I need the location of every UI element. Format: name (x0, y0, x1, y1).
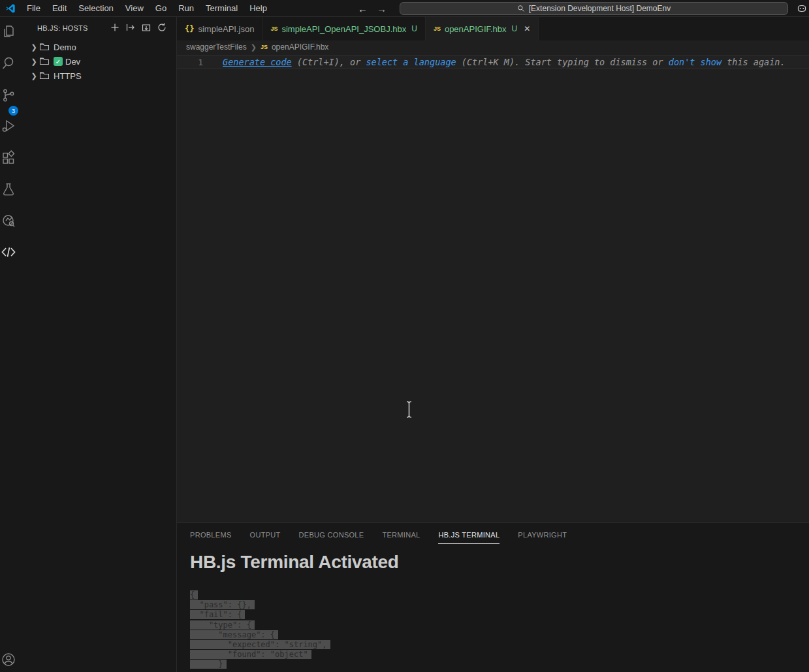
tab-simpleapi-openapi-jsobj-hbx[interactable]: JS simpleAPI_OpenAPI_JSOBJ.hbx U (262, 17, 425, 40)
menu-view[interactable]: View (119, 0, 150, 17)
menu-bar: File Edit Selection View Go Run Terminal… (21, 0, 273, 16)
hbjs-hosts-view-icon[interactable] (1, 244, 16, 260)
copilot-icon[interactable] (797, 3, 807, 14)
panel-tab-hbjs-terminal[interactable]: HB.JS TERMINAL (438, 525, 500, 544)
extensions-icon[interactable] (1, 150, 16, 166)
folder-icon (39, 42, 50, 52)
terminal-line: "pass": {}, (190, 600, 330, 610)
title-bar: File Edit Selection View Go Run Terminal… (0, 0, 809, 17)
source-control-badge: 3 (8, 106, 18, 116)
panel-tab-terminal[interactable]: TERMINAL (382, 525, 420, 544)
sidebar-hbjs-hosts: HB.JS: HOSTS ❯ (23, 17, 176, 672)
source-control-icon[interactable] (1, 88, 16, 103)
tree-item-dev[interactable]: ❯ ✓ Dev (23, 54, 176, 69)
search-view-icon[interactable] (1, 56, 16, 71)
activity-bar: 3 (0, 17, 23, 672)
tab-openapigif-hbx[interactable]: JS openAPIGIF.hbx U ✕ (426, 17, 539, 40)
terminal-line: "found": "object" (190, 650, 330, 660)
folder-icon (39, 56, 50, 67)
js-file-icon: JS (261, 44, 268, 50)
export-host-button[interactable] (141, 22, 151, 33)
run-debug-icon[interactable] (1, 118, 16, 134)
account-icon[interactable] (1, 652, 16, 667)
history-navigation: ← → (358, 0, 387, 17)
tree-item-demo[interactable]: ❯ Demo (23, 40, 176, 54)
hbjs-monitor-icon[interactable] (1, 213, 16, 229)
chevron-right-icon: ❯ (29, 72, 39, 80)
explorer-icon[interactable] (1, 24, 16, 39)
breadcrumb-file[interactable]: openAPIGIF.hbx (272, 42, 328, 52)
tab-label: simpleAPI.json (198, 24, 254, 34)
search-icon (517, 5, 525, 12)
menu-edit[interactable]: Edit (46, 0, 72, 17)
json-file-icon: {} (185, 24, 194, 33)
command-center-searchbar[interactable]: [Extension Development Host] DemoEnv (400, 2, 788, 15)
terminal-line: } (190, 660, 330, 669)
panel-tab-playwright[interactable]: PLAYWRIGHT (518, 525, 567, 544)
tree-item-label: HTTPS (54, 71, 82, 81)
selected-check-icon: ✓ (54, 57, 63, 66)
panel-tab-output[interactable]: OUTPUT (250, 525, 281, 544)
menu-run[interactable]: Run (172, 0, 200, 17)
terminal-line: "type": { (190, 620, 330, 630)
dont-show-link[interactable]: don't show (669, 57, 722, 67)
tab-label: simpleAPI_OpenAPI_JSOBJ.hbx (281, 24, 406, 34)
tab-label: openAPIGIF.hbx (445, 24, 507, 34)
menu-file[interactable]: File (21, 0, 46, 17)
hosts-tree: ❯ Demo ❯ ✓ Dev ❯ HTTPS (23, 40, 176, 83)
forward-arrow-icon[interactable]: → (377, 3, 387, 14)
chevron-right-icon: ❯ (251, 43, 257, 52)
generate-code-link[interactable]: Generate code (223, 57, 292, 67)
folder-icon (39, 71, 50, 81)
hbjs-terminal-heading: HB.js Terminal Activated (190, 552, 399, 573)
menu-help[interactable]: Help (244, 0, 273, 17)
git-untracked-badge: U (512, 24, 518, 33)
chevron-right-icon: ❯ (29, 43, 39, 52)
sidebar-header: HB.JS: HOSTS (23, 17, 176, 39)
mouse-ibeam-cursor (405, 400, 413, 419)
import-host-button[interactable] (125, 22, 136, 33)
code-editor[interactable]: 1 Generate code (Ctrl+I), or select a la… (177, 54, 809, 522)
vscode-window: File Edit Selection View Go Run Terminal… (0, 0, 809, 672)
panel-tab-bar: PROBLEMS OUTPUT DEBUG CONSOLE TERMINAL H… (190, 523, 567, 545)
menu-go[interactable]: Go (150, 0, 172, 17)
editor-tab-bar: {} simpleAPI.json JS simpleAPI_OpenAPI_J… (177, 17, 809, 40)
js-file-icon: JS (270, 25, 278, 32)
tree-item-label: Dev (65, 57, 80, 67)
sidebar-title: HB.JS: HOSTS (37, 24, 88, 32)
testing-icon[interactable] (1, 182, 16, 197)
editor-group: {} simpleAPI.json JS simpleAPI_OpenAPI_J… (176, 17, 809, 672)
tab-simpleapi-json[interactable]: {} simpleAPI.json (177, 17, 262, 40)
terminal-line: { (190, 590, 330, 600)
line-number: 1 (177, 57, 203, 67)
sidebar-actions (110, 22, 167, 33)
panel-tab-problems[interactable]: PROBLEMS (190, 525, 232, 544)
bottom-panel: PROBLEMS OUTPUT DEBUG CONSOLE TERMINAL H… (177, 522, 809, 672)
select-language-link[interactable]: select a language (366, 57, 456, 67)
terminal-line: "message": { (190, 630, 330, 640)
vscode-logo-icon (5, 3, 16, 14)
chevron-right-icon: ❯ (29, 57, 39, 66)
breadcrumb: swaggerTestFiles ❯ JS openAPIGIF.hbx (177, 40, 809, 54)
back-arrow-icon[interactable]: ← (358, 3, 368, 14)
terminal-output[interactable]: { "pass": {}, "fail": { "type": { "messa… (190, 590, 330, 670)
js-file-icon: JS (434, 25, 441, 32)
terminal-line: "expected": "string", (190, 640, 330, 650)
git-untracked-badge: U (411, 24, 417, 33)
current-line-highlight: 1 Generate code (Ctrl+I), or select a la… (177, 55, 809, 69)
close-tab-icon[interactable]: ✕ (524, 24, 530, 33)
command-center-label: [Extension Development Host] DemoEnv (529, 4, 671, 13)
refresh-button[interactable] (157, 22, 167, 33)
tree-item-https[interactable]: ❯ HTTPS (23, 69, 176, 83)
editor-ghost-hint: Generate code (Ctrl+I), or select a lang… (223, 57, 785, 67)
terminal-line: "fail": { (190, 610, 330, 620)
add-host-button[interactable] (110, 22, 120, 33)
tree-item-label: Demo (54, 42, 76, 52)
breadcrumb-folder[interactable]: swaggerTestFiles (186, 42, 247, 52)
menu-terminal[interactable]: Terminal (200, 0, 244, 17)
menu-selection[interactable]: Selection (72, 0, 119, 17)
panel-tab-debug-console[interactable]: DEBUG CONSOLE (299, 525, 364, 544)
